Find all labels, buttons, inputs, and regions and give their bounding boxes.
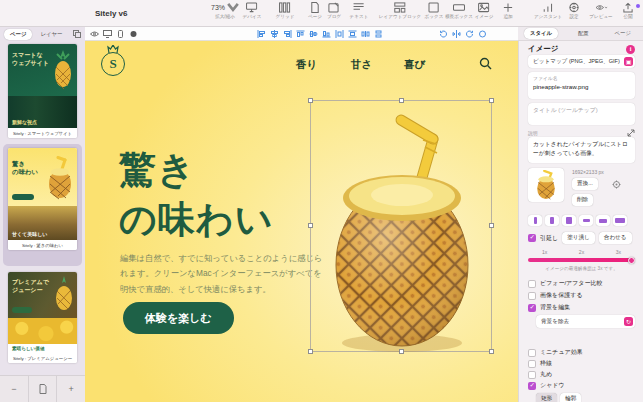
theme-icon[interactable] [129,30,138,38]
page-thumbnail-3[interactable]: プレミアムで ジューシー 素晴らしい価値 Sitely : プレミアムジューシー [8,272,77,363]
space-v-icon[interactable] [374,30,383,38]
rotate-right-icon[interactable] [465,30,474,38]
arrange-icon[interactable] [478,30,487,38]
shadow-contour-segment[interactable]: 輪郭 [560,393,581,402]
preset-landscape-s-button[interactable] [579,215,593,226]
slider-handle[interactable] [628,257,635,264]
page-size-button[interactable] [28,376,57,402]
tab-layers[interactable]: レイヤー [34,29,68,40]
hero-heading[interactable]: 驚き の味わい [119,145,274,246]
protect-image-checkbox[interactable] [528,292,536,300]
image-size-label: 1692×2133 px [572,169,604,175]
resize-handle-se[interactable] [489,349,494,354]
logo-crown-icon [107,45,119,53]
expand-icon[interactable] [627,129,635,137]
desktop-icon[interactable] [103,30,112,38]
eye-icon[interactable] [90,30,99,38]
fit-button[interactable]: 合わせる [599,232,632,244]
image-selection-box[interactable] [310,100,492,352]
preset-landscape-l-button[interactable] [613,215,627,226]
page-thumbnail-2[interactable]: 驚き の味わい 甘くて美味しい Sitely : 驚きの味わい [8,148,77,250]
align-right-icon[interactable] [283,30,292,38]
replace-button[interactable]: 置換... [572,178,598,190]
rounding-checkbox[interactable] [528,371,536,379]
design-canvas[interactable]: S 香り 甘さ 喜び 驚き の味わい 編集は自然で、すでに知っていることのように… [85,41,518,402]
shadow-rect-segment[interactable]: 矩形 [536,393,557,402]
shadow-checkbox[interactable] [528,382,536,390]
sidebar-menu-icon[interactable] [73,30,81,38]
distribute-v-icon[interactable] [348,30,357,38]
distribute-h-icon[interactable] [335,30,344,38]
align-left-icon[interactable] [257,30,266,38]
add-page-button[interactable]: + [56,376,85,402]
toolbar-device-button[interactable]: デバイス [243,2,262,19]
image-format-dropdown[interactable]: ビットマップ (PNG、JPEG、GIF) ▣ [528,55,635,68]
tab-page[interactable]: ページ [609,28,637,39]
gear-icon[interactable] [612,180,621,189]
resize-handle-sw[interactable] [308,349,313,354]
preset-portrait-s-button[interactable] [528,215,542,226]
toolbar-box-button[interactable]: ボックス [425,2,444,19]
edit-background-checkbox[interactable] [528,304,536,312]
zoom-control[interactable]: 73% 拡大/縮小 [211,2,239,19]
preset-portrait-l-button[interactable] [562,215,576,226]
toolbar-add-button[interactable]: 追加 [502,2,514,19]
toolbar-settings-button[interactable]: 設定 [568,2,580,19]
fill-button[interactable]: 塗り潰し [562,232,595,244]
preset-portrait-m-button[interactable] [545,215,559,226]
site-logo[interactable]: S [101,52,125,76]
scale-slider[interactable] [528,258,635,262]
toolbar-publish-button[interactable]: 公開 [622,2,634,19]
zoom-value: 73% [211,4,225,11]
nav-item-aroma[interactable]: 香り [296,58,317,72]
image-preview-thumbnail[interactable] [528,168,564,202]
toolbar-grid-button[interactable]: グリッド [276,2,295,19]
toolbar-layout-block-button[interactable]: レイアウトブロック [379,2,421,19]
toolbar-blog-button[interactable]: ブログ [327,2,341,19]
resize-handle-ne[interactable] [489,98,494,103]
resize-handle-s[interactable] [399,349,404,354]
description-field[interactable]: カットされたパイナップルにストローが刺さっている画像。 [528,137,635,163]
preset-landscape-m-button[interactable] [596,215,610,226]
align-middle-icon[interactable] [309,30,318,38]
tab-arrange[interactable]: 配置 [572,28,595,39]
remove-page-button[interactable]: − [0,376,28,402]
align-center-h-icon[interactable] [270,30,279,38]
toolbar-text-button[interactable]: テキスト [350,2,369,19]
align-top-icon[interactable] [296,30,305,38]
app-toolbar: Sitely v6 73% 拡大/縮小 デバイス グリッド ページ ブログ テキ… [0,0,643,27]
toolbar-wide-box-button[interactable]: 横長ボックス [445,2,473,19]
title-tooltip-field[interactable]: タイトル (ツールチップ) [528,103,635,125]
toolbar-assistant-button[interactable]: アシスタント [534,2,562,19]
background-remove-dropdown[interactable]: 背景を除去 ↻ [536,315,635,328]
rotate-left-icon[interactable] [439,30,448,38]
mobile-icon[interactable] [116,30,125,38]
miniature-effect-checkbox[interactable] [528,349,536,357]
space-h-icon[interactable] [361,30,370,38]
canvas-toolbar [85,27,518,41]
tab-style[interactable]: スタイル [524,28,558,39]
hero-paragraph[interactable]: 編集は自然で、すでに知っていることのように感じられます。クリーンなMacインター… [120,251,328,297]
nav-item-joy[interactable]: 喜び [404,58,425,72]
stretch-checkbox[interactable] [528,234,536,242]
toolbar-page-button[interactable]: ページ [308,2,322,19]
border-checkbox[interactable] [528,360,536,368]
flip-h-icon[interactable] [452,30,461,38]
page-icon [309,2,321,13]
nav-item-sweetness[interactable]: 甘さ [351,58,372,72]
info-badge-icon[interactable]: i [626,45,635,54]
search-icon[interactable] [479,57,492,70]
align-bottom-icon[interactable] [322,30,331,38]
resize-handle-n[interactable] [399,98,404,103]
filename-field[interactable]: ファイル名 pineapple-straw.png [528,72,635,99]
resize-handle-nw[interactable] [308,98,313,103]
cta-button[interactable]: 体験を楽しむ [123,302,234,334]
resize-handle-e[interactable] [489,223,494,228]
tab-pages[interactable]: ページ [4,29,32,40]
toolbar-preview-button[interactable]: プレビュー [589,2,612,19]
page-thumbnail-1[interactable]: スマートな ウェブサイト 新鮮な視点 Sitely : スマートウェブサイト [8,44,77,138]
before-after-checkbox[interactable] [528,280,536,288]
resize-handle-w[interactable] [308,223,313,228]
delete-button[interactable]: 削除 [572,194,593,206]
toolbar-image-button[interactable]: イメージ [475,2,494,19]
